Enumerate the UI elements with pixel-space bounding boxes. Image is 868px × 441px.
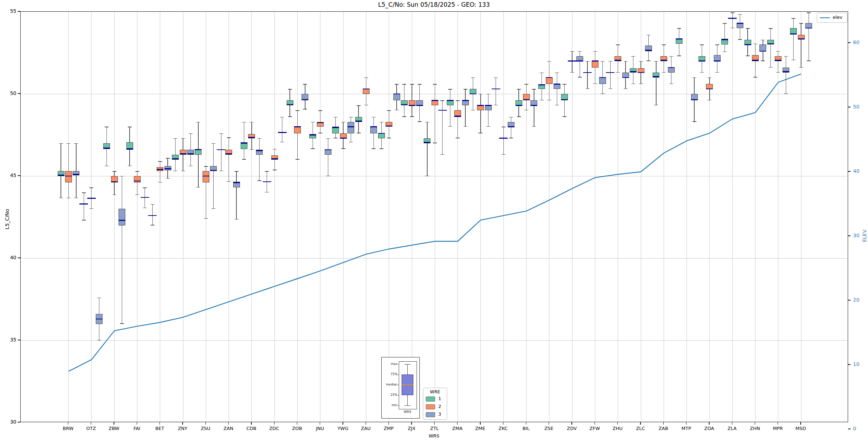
median-line bbox=[241, 143, 247, 144]
y2-tick-mark bbox=[848, 171, 851, 171]
x-tick-label-ZBW: ZBW bbox=[109, 426, 119, 431]
x-tick-mark bbox=[114, 422, 114, 425]
whisker-cap-lower bbox=[540, 100, 544, 100]
median-line bbox=[172, 158, 179, 159]
whisker-upper bbox=[557, 73, 557, 84]
whisker-cap-upper bbox=[425, 122, 429, 122]
x-tick-mark bbox=[571, 422, 572, 425]
whisker-cap-upper bbox=[311, 122, 315, 122]
whisker-cap-upper bbox=[158, 161, 162, 161]
inset-tick bbox=[398, 395, 399, 395]
whisker-cap-lower bbox=[318, 133, 322, 133]
whisker-upper bbox=[244, 122, 244, 143]
whisker-cap-upper bbox=[364, 78, 368, 78]
whisker-lower bbox=[580, 61, 580, 78]
whisker-upper bbox=[786, 56, 786, 68]
wre-swatch-3 bbox=[426, 412, 435, 417]
box-wre-2 bbox=[203, 171, 209, 182]
whisker-upper bbox=[297, 110, 298, 127]
whisker-lower bbox=[129, 150, 130, 166]
whisker-cap-upper bbox=[532, 89, 536, 89]
whisker-cap-lower bbox=[761, 60, 765, 61]
whisker-cap-upper bbox=[143, 187, 147, 188]
whisker-upper bbox=[778, 51, 778, 56]
whisker-cap-upper bbox=[578, 51, 582, 52]
whisker-lower bbox=[549, 84, 549, 100]
median-line bbox=[554, 84, 560, 85]
boxplot-anatomy-inset: max75%median25%min WRS bbox=[381, 357, 420, 419]
wre-legend-row[interactable]: 2 bbox=[423, 403, 447, 410]
box-wre-3 bbox=[485, 105, 492, 110]
whisker-lower bbox=[625, 78, 626, 89]
x-tick-label-ZMA: ZMA bbox=[452, 426, 462, 431]
whisker-cap-upper bbox=[113, 171, 116, 171]
whisker-upper bbox=[175, 138, 176, 155]
whisker-lower bbox=[381, 138, 382, 149]
x-tick-label-ZAN: ZAN bbox=[224, 426, 234, 431]
median-line bbox=[691, 99, 698, 100]
whisker-upper bbox=[755, 44, 755, 55]
whisker-lower bbox=[465, 105, 465, 127]
whisker-cap-upper bbox=[74, 143, 78, 144]
x-tick-label-ZDV: ZDV bbox=[567, 426, 577, 431]
y-tick-label: 40 bbox=[2, 255, 16, 260]
median-line bbox=[516, 105, 522, 106]
elev-legend[interactable]: elev bbox=[817, 13, 847, 23]
wre-legend-row[interactable]: 3 bbox=[423, 411, 447, 418]
whisker-cap-lower bbox=[250, 149, 253, 150]
whisker-lower bbox=[206, 182, 206, 219]
median-line bbox=[119, 220, 125, 221]
whisker-upper bbox=[709, 78, 710, 84]
whisker-cap-upper bbox=[105, 127, 109, 127]
whisker-cap-lower bbox=[692, 121, 696, 122]
y2-tick-label: 0 bbox=[853, 426, 856, 431]
box-wre-2 bbox=[592, 61, 598, 68]
whisker-cap-upper bbox=[563, 84, 566, 84]
whisker-cap-upper bbox=[776, 51, 780, 52]
whisker-cap-upper bbox=[509, 117, 513, 117]
x-tick-mark bbox=[91, 422, 91, 425]
whisker-cap-lower bbox=[608, 89, 612, 89]
x-tick-label-ZJX: ZJX bbox=[408, 426, 415, 431]
whisker-cap-lower bbox=[502, 154, 506, 155]
median-line bbox=[477, 105, 484, 106]
whisker-lower bbox=[267, 182, 267, 192]
whisker-cap-lower bbox=[631, 84, 635, 84]
median-dash bbox=[728, 18, 737, 19]
whisker-lower bbox=[793, 34, 794, 60]
inset-tick bbox=[398, 405, 399, 406]
whisker-cap-lower bbox=[799, 67, 803, 68]
whisker-upper bbox=[404, 84, 404, 100]
whisker-cap-upper bbox=[181, 138, 185, 139]
inset-label-25: 25% bbox=[382, 393, 397, 397]
whisker-lower bbox=[572, 61, 572, 73]
median-dash bbox=[606, 72, 615, 73]
wre-legend-row[interactable]: 1 bbox=[423, 395, 447, 402]
whisker-cap-upper bbox=[601, 61, 605, 62]
whisker-upper bbox=[763, 40, 763, 45]
x-tick-mark bbox=[411, 422, 412, 425]
x-tick-label-ZTL: ZTL bbox=[430, 426, 439, 431]
whisker-upper bbox=[396, 84, 397, 94]
whisker-upper bbox=[809, 12, 809, 23]
whisker-upper bbox=[442, 100, 443, 110]
median-line bbox=[783, 71, 789, 72]
wre-legend[interactable]: WRE 123 bbox=[423, 388, 447, 420]
whisker-cap-upper bbox=[128, 127, 132, 127]
whisker-upper bbox=[68, 143, 69, 171]
whisker-upper bbox=[152, 204, 153, 216]
median-line bbox=[767, 43, 774, 44]
whisker-cap-upper bbox=[494, 78, 498, 78]
y2-tick-mark bbox=[848, 364, 851, 365]
whisker-upper bbox=[679, 28, 679, 39]
whisker-cap-lower bbox=[532, 126, 536, 127]
box-wre-2 bbox=[363, 89, 370, 94]
whisker-lower bbox=[412, 105, 412, 117]
x-tick-label-BRW: BRW bbox=[63, 426, 73, 431]
whisker-upper bbox=[435, 84, 435, 100]
whisker-lower bbox=[557, 89, 557, 105]
median-line bbox=[706, 89, 713, 90]
whisker-cap-lower bbox=[334, 138, 338, 138]
whisker-upper bbox=[648, 35, 649, 46]
whisker-cap-upper bbox=[677, 28, 681, 28]
